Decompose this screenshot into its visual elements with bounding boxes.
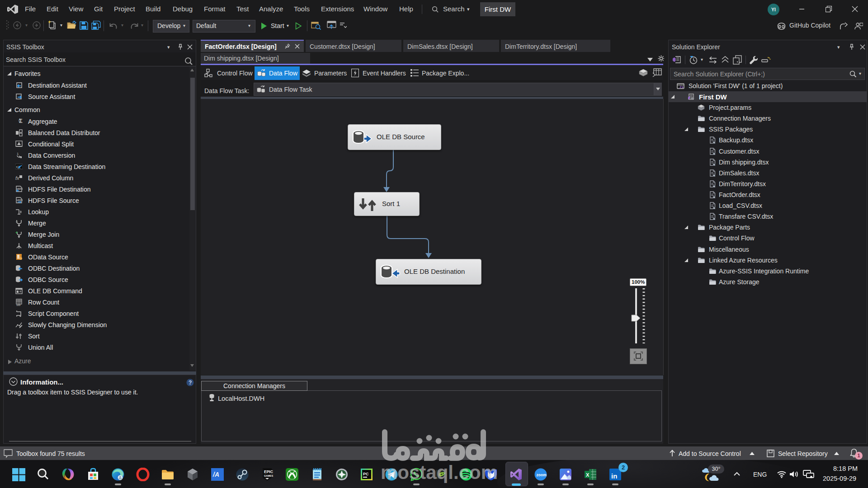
svg-text:↓↓: ↓↓	[15, 220, 18, 223]
svg-text:GAMES: GAMES	[264, 474, 274, 477]
svg-text:123: 123	[16, 304, 20, 306]
svg-text:in: in	[611, 472, 617, 480]
svg-text:HDFS: HDFS	[17, 199, 23, 202]
svg-text:PC: PC	[363, 472, 369, 476]
svg-text:EPIC: EPIC	[264, 469, 273, 474]
svg-text:Σ: Σ	[19, 118, 23, 124]
svg-text:?: ?	[189, 380, 192, 386]
svg-text:X: X	[586, 472, 590, 478]
svg-text:1: 1	[17, 152, 19, 156]
svg-text:/A: /A	[212, 471, 219, 478]
svg-text:fx: fx	[15, 175, 19, 181]
svg-text:+: +	[15, 231, 18, 235]
svg-text:zoom: zoom	[537, 473, 547, 477]
